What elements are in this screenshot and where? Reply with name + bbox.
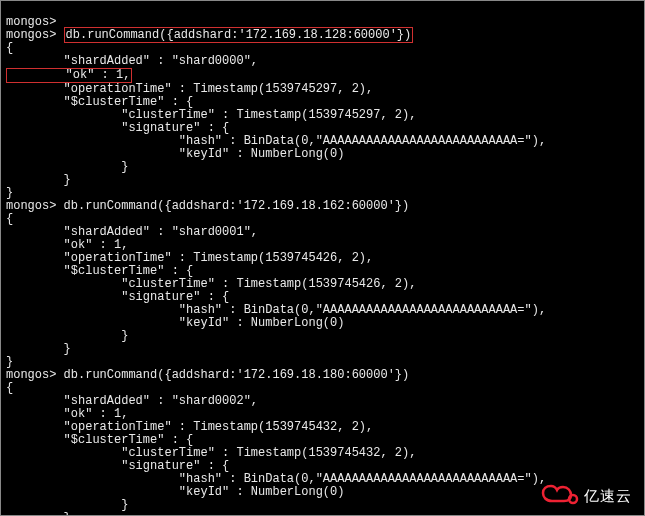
json-open: { xyxy=(6,381,13,395)
prompt: mongos> xyxy=(6,199,64,213)
json-line: "signature" : { xyxy=(6,459,229,473)
highlighted-ok-1: "ok" : 1, xyxy=(6,68,132,83)
json-line: "clusterTime" : Timestamp(1539745432, 2)… xyxy=(6,446,416,460)
highlighted-command-1: db.runCommand({addshard:'172.169.18.128:… xyxy=(64,27,414,43)
json-line: "signature" : { xyxy=(6,290,229,304)
json-line: "clusterTime" : Timestamp(1539745297, 2)… xyxy=(6,108,416,122)
json-line: "operationTime" : Timestamp(1539745426, … xyxy=(6,251,373,265)
svg-point-0 xyxy=(569,495,577,503)
json-line: } xyxy=(6,511,71,516)
json-line: } xyxy=(6,173,71,187)
logo-icon xyxy=(540,483,580,507)
json-line: "$clusterTime" : { xyxy=(6,264,193,278)
json-line: } xyxy=(6,329,128,343)
json-line: "keyId" : NumberLong(0) xyxy=(6,147,344,161)
json-line: "operationTime" : Timestamp(1539745432, … xyxy=(6,420,373,434)
json-line: "keyId" : NumberLong(0) xyxy=(6,316,344,330)
json-line: "$clusterTime" : { xyxy=(6,95,193,109)
json-line: "shardAdded" : "shard0002", xyxy=(6,394,258,408)
watermark-text: 亿速云 xyxy=(584,489,632,502)
terminal-output: mongos> mongos> db.runCommand({addshard:… xyxy=(6,3,639,516)
json-line: "$clusterTime" : { xyxy=(6,433,193,447)
command-2: db.runCommand({addshard:'172.169.18.162:… xyxy=(64,199,410,213)
command-3: db.runCommand({addshard:'172.169.18.180:… xyxy=(64,368,410,382)
json-line: "hash" : BinData(0,"AAAAAAAAAAAAAAAAAAAA… xyxy=(6,303,546,317)
json-line: "ok" : 1, xyxy=(6,238,128,252)
json-line: "shardAdded" : "shard0000", xyxy=(6,54,258,68)
json-line: } xyxy=(6,498,128,512)
json-line: "hash" : BinData(0,"AAAAAAAAAAAAAAAAAAAA… xyxy=(6,472,546,486)
json-close: } xyxy=(6,355,13,369)
json-close: } xyxy=(6,186,13,200)
json-open: { xyxy=(6,41,13,55)
json-line: "signature" : { xyxy=(6,121,229,135)
json-line: "operationTime" : Timestamp(1539745297, … xyxy=(6,82,373,96)
watermark: 亿速云 xyxy=(540,483,632,507)
json-line: "shardAdded" : "shard0001", xyxy=(6,225,258,239)
json-line: "ok" : 1, xyxy=(6,407,128,421)
prompt-line: mongos> xyxy=(6,15,56,29)
prompt: mongos> xyxy=(6,28,64,42)
json-open: { xyxy=(6,212,13,226)
json-line: } xyxy=(6,342,71,356)
json-line: "clusterTime" : Timestamp(1539745426, 2)… xyxy=(6,277,416,291)
json-line: "hash" : BinData(0,"AAAAAAAAAAAAAAAAAAAA… xyxy=(6,134,546,148)
json-line: "keyId" : NumberLong(0) xyxy=(6,485,344,499)
prompt: mongos> xyxy=(6,368,64,382)
json-line: } xyxy=(6,160,128,174)
